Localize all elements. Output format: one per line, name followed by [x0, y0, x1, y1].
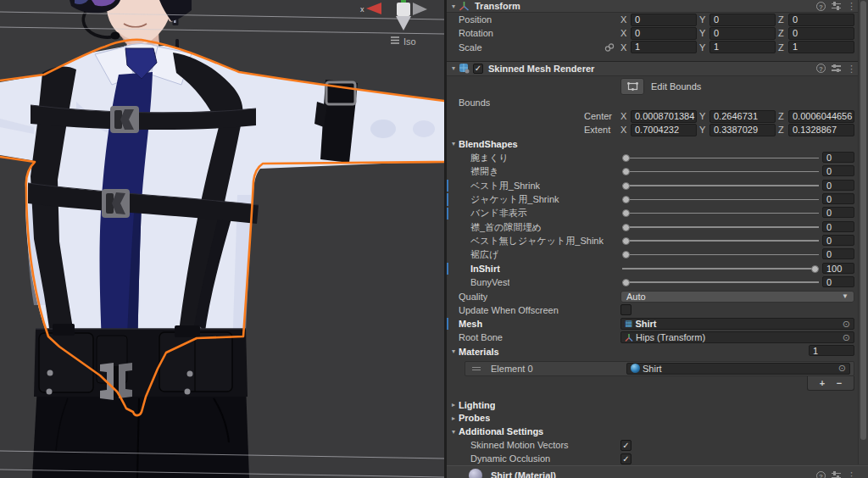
materials-count-input[interactable]: 1: [809, 345, 854, 356]
blendshape-slider[interactable]: [622, 207, 819, 220]
position-y-input[interactable]: 0: [709, 14, 776, 26]
slider-knob[interactable]: [622, 154, 630, 162]
update-when-offscreen-checkbox[interactable]: ✓: [620, 304, 632, 315]
foldout-arrow-icon[interactable]: ▾: [448, 428, 459, 436]
root-bone-object-field[interactable]: Hips (Transform) ⊙: [620, 331, 854, 343]
presets-icon[interactable]: [832, 472, 841, 478]
blendshape-slider[interactable]: [622, 165, 819, 179]
scale-y-input[interactable]: 1: [709, 41, 776, 53]
slider-knob[interactable]: [622, 237, 630, 245]
inspector-scrollbar[interactable]: [858, 0, 868, 464]
transform-header[interactable]: ▾ Transform ? ⋮: [447, 0, 868, 13]
rotation-x-input[interactable]: 0: [631, 27, 697, 40]
presets-icon[interactable]: [832, 3, 841, 10]
material-inspector-bar[interactable]: Shirt (Material) ? ⋮: [447, 465, 868, 478]
drag-handle-icon[interactable]: [472, 365, 481, 372]
blendshape-value-input[interactable]: 0: [822, 152, 854, 163]
center-y-input[interactable]: 0.2646731: [709, 110, 776, 123]
slider-knob[interactable]: [622, 209, 630, 217]
object-picker-icon[interactable]: ⊙: [843, 332, 850, 343]
position-z-input[interactable]: 0: [788, 14, 854, 26]
blendshape-slider[interactable]: [622, 220, 819, 234]
material-element[interactable]: Element 0 Shirt ⊙: [465, 361, 854, 376]
blendshape-value-input[interactable]: 0: [822, 276, 854, 287]
quality-dropdown[interactable]: Auto ▼: [620, 291, 854, 303]
slider-knob[interactable]: [622, 224, 630, 231]
foldout-arrow-icon[interactable]: ▾: [448, 347, 459, 355]
extent-x-input[interactable]: 0.7004232: [631, 124, 697, 136]
scrollbar-thumb[interactable]: [860, 1, 866, 440]
slider-track[interactable]: [622, 240, 819, 242]
foldout-arrow-icon[interactable]: ▾: [448, 64, 459, 72]
foldout-arrow-icon[interactable]: ▸: [448, 414, 459, 422]
blendshape-slider[interactable]: [622, 234, 819, 247]
slider-track[interactable]: [622, 213, 819, 214]
blendshape-value-input[interactable]: 0: [822, 235, 854, 246]
blendshape-value-input[interactable]: 0: [822, 193, 854, 204]
additional-settings-foldout[interactable]: ▾ Additional Settings: [447, 425, 868, 438]
rotation-y-input[interactable]: 0: [709, 27, 776, 40]
lighting-foldout[interactable]: ▸ Lighting: [447, 398, 868, 412]
object-picker-icon[interactable]: ⊙: [838, 363, 846, 374]
material-object-field[interactable]: Shirt ⊙: [626, 363, 850, 375]
component-enabled-checkbox[interactable]: ✓: [473, 64, 483, 74]
extent-z-input[interactable]: 0.1328867: [788, 124, 854, 136]
help-icon[interactable]: ?: [816, 2, 826, 11]
slider-knob[interactable]: [622, 196, 630, 203]
foldout-arrow-icon[interactable]: ▾: [448, 140, 459, 147]
link-scale-icon[interactable]: [604, 42, 615, 53]
gizmo-center-cube[interactable]: [397, 3, 410, 16]
rotation-z-input[interactable]: 0: [788, 27, 854, 40]
object-picker-icon[interactable]: ⊙: [843, 319, 850, 330]
help-icon[interactable]: ?: [816, 64, 826, 73]
slider-track[interactable]: [622, 199, 819, 201]
materials-foldout-row[interactable]: ▾ Materials 1: [447, 345, 868, 358]
kebab-menu-icon[interactable]: ⋮: [847, 64, 856, 73]
mesh-object-field[interactable]: ▦ Shirt ⊙: [620, 318, 854, 330]
blendshape-value-input[interactable]: 0: [822, 207, 854, 218]
slider-track[interactable]: [622, 254, 819, 256]
scale-x-input[interactable]: 1: [631, 41, 697, 53]
skinned-mesh-renderer-header[interactable]: ▾ ✓ Skinned Mesh Renderer ? ⋮: [447, 61, 868, 76]
slider-track[interactable]: [622, 171, 819, 173]
slider-track[interactable]: [622, 281, 819, 283]
slider-track[interactable]: [622, 226, 819, 228]
slider-knob[interactable]: [811, 265, 819, 273]
slider-track[interactable]: [622, 268, 819, 270]
edit-bounds-button[interactable]: [620, 78, 644, 95]
position-x-input[interactable]: 0: [631, 14, 697, 26]
presets-icon[interactable]: [832, 64, 841, 72]
blendshape-value-input[interactable]: 100: [822, 263, 854, 274]
blendshape-slider[interactable]: [622, 151, 819, 164]
slider-knob[interactable]: [622, 251, 630, 258]
add-element-button[interactable]: +: [820, 378, 825, 388]
slider-knob[interactable]: [622, 182, 630, 190]
blendshape-slider[interactable]: [622, 275, 819, 289]
center-z-input[interactable]: 0.0006044656: [788, 110, 854, 123]
scene-view[interactable]: x Iso: [0, 0, 444, 478]
blendshape-slider[interactable]: [622, 262, 819, 275]
kebab-menu-icon[interactable]: ⋮: [847, 2, 856, 10]
blendshape-value-input[interactable]: 0: [822, 180, 854, 191]
blendshape-value-input[interactable]: 0: [822, 248, 854, 259]
blendshape-slider[interactable]: [622, 179, 819, 192]
slider-knob[interactable]: [622, 279, 630, 286]
blendshape-value-input[interactable]: 0: [822, 221, 854, 232]
slider-knob[interactable]: [622, 168, 630, 175]
slider-track[interactable]: [622, 158, 819, 159]
slider-track[interactable]: [622, 185, 819, 186]
dynamic-occlusion-checkbox[interactable]: ✓: [620, 453, 632, 464]
help-icon[interactable]: ?: [816, 471, 826, 478]
kebab-menu-icon[interactable]: ⋮: [847, 471, 856, 478]
blendshape-slider[interactable]: [622, 192, 819, 206]
scale-z-input[interactable]: 1: [788, 41, 854, 53]
blendshape-slider[interactable]: [622, 248, 819, 262]
blendshapes-foldout[interactable]: ▾ BlendShapes: [447, 136, 868, 151]
probes-foldout[interactable]: ▸ Probes: [447, 412, 868, 425]
center-x-input[interactable]: 0.0008701384: [631, 110, 697, 123]
foldout-arrow-icon[interactable]: ▸: [448, 401, 459, 409]
blendshape-value-input[interactable]: 0: [822, 165, 854, 176]
remove-element-button[interactable]: −: [837, 378, 842, 388]
skinned-motion-vectors-checkbox[interactable]: ✓: [620, 440, 632, 451]
extent-y-input[interactable]: 0.3387029: [709, 124, 776, 136]
